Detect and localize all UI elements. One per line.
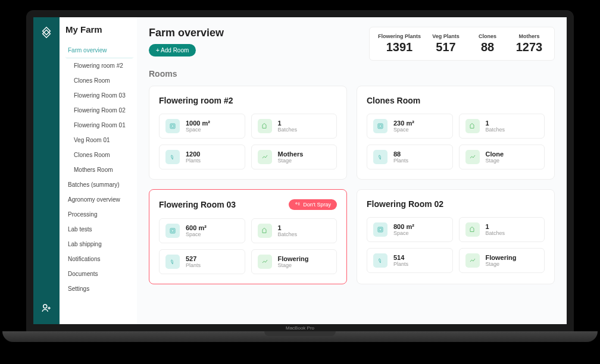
metric-label: Plants	[186, 158, 201, 164]
metric-value: 230 m²	[393, 120, 414, 127]
nav-item[interactable]: Settings	[65, 281, 133, 296]
stat-label: Mothers	[512, 33, 546, 39]
stage-icon	[258, 150, 272, 164]
metric: 1Batches	[251, 218, 338, 243]
metric: CloneStage	[459, 145, 545, 170]
header-row: Farm overview + Add Room Flowering Plant…	[149, 27, 555, 61]
space-icon	[165, 119, 180, 133]
room-title: Clones Room	[367, 96, 420, 105]
rooms-grid: Flowering room #21000 m²Space1Batches120…	[149, 86, 555, 284]
svg-rect-3	[378, 124, 383, 128]
metric-label: Batches	[486, 230, 505, 236]
metric-value: 88	[393, 150, 408, 158]
nav-item[interactable]: Processing	[65, 207, 133, 222]
metric-value: 527	[186, 255, 201, 262]
metric-value: Flowering	[278, 255, 309, 262]
metric: MothersStage	[251, 145, 338, 170]
sidebar-title: My Farm	[65, 24, 133, 34]
nav-item[interactable]: Lab shipping	[65, 237, 133, 252]
nav-item[interactable]: Flowering room #2	[65, 58, 133, 73]
room-title: Flowering Room 02	[367, 199, 443, 209]
metrics-grid: 800 m²Space1Batches514PlantsFloweringSta…	[367, 217, 545, 273]
nav-item[interactable]: Flowering Room 01	[65, 118, 133, 133]
metric: 1Batches	[251, 114, 338, 139]
stat: Mothers1273	[512, 33, 546, 54]
metric-value: 1	[486, 120, 505, 127]
nav-item[interactable]: Agronomy overview	[65, 192, 133, 207]
svg-rect-2	[171, 125, 174, 127]
metric-label: Plants	[186, 262, 201, 268]
metric-label: Batches	[278, 127, 298, 133]
nav-item[interactable]: Flowering Room 03	[65, 88, 133, 103]
stat-label: Flowering Plants	[378, 33, 421, 39]
metric: 88Plants	[367, 145, 453, 170]
room-header: Flowering room #2	[159, 96, 337, 105]
space-icon	[165, 224, 180, 238]
metric-value: 600 m²	[186, 224, 207, 231]
spray-badge-label: Don't Spray	[303, 202, 331, 208]
room-card[interactable]: Flowering room #21000 m²Space1Batches120…	[149, 86, 347, 180]
space-icon	[373, 222, 388, 237]
metric-label: Stage	[486, 261, 517, 267]
page-title: Farm overview	[149, 27, 224, 39]
nav-item[interactable]: Lab tests	[65, 222, 133, 237]
metric-value: Flowering	[486, 254, 517, 261]
stage-icon	[465, 150, 480, 164]
room-card[interactable]: Flowering Room 03Don't Spray600 m²Space1…	[149, 189, 347, 284]
stage-icon	[258, 255, 272, 269]
main-content: Farm overview + Add Room Flowering Plant…	[137, 17, 567, 324]
metric: 1200Plants	[159, 145, 245, 170]
metrics-grid: 1000 m²Space1Batches1200PlantsMothersSta…	[159, 114, 337, 170]
metric-label: Space	[186, 127, 210, 133]
metrics-grid: 230 m²Space1Batches88PlantsCloneStage	[367, 114, 545, 170]
room-header: Clones Room	[367, 96, 545, 105]
nav-item[interactable]: Documents	[65, 266, 133, 281]
screen: My Farm Farm overviewFlowering room #2Cl…	[26, 10, 574, 331]
nav-item[interactable]: Clones Room	[65, 73, 133, 88]
nav-item[interactable]: Flowering Room 02	[65, 103, 133, 118]
room-card[interactable]: Flowering Room 02800 m²Space1Batches514P…	[357, 189, 555, 284]
user-add-icon[interactable]	[41, 303, 52, 316]
nav-item[interactable]: Mothers Room	[65, 162, 133, 177]
nav-item[interactable]: Veg Room 01	[65, 133, 133, 148]
stat: Flowering Plants1391	[378, 33, 421, 54]
stat: Veg Plants517	[429, 33, 462, 54]
metric-label: Batches	[278, 231, 298, 237]
stat-label: Veg Plants	[429, 33, 462, 39]
left-rail	[33, 17, 60, 324]
room-title: Flowering Room 03	[159, 200, 236, 209]
nav-item[interactable]: Notifications	[65, 252, 133, 266]
laptop-label: MacBook Pro	[2, 325, 598, 331]
metric-label: Stage	[486, 158, 504, 164]
laptop-base: MacBook Pro	[2, 331, 598, 342]
metric: 514Plants	[367, 248, 453, 273]
metric-label: Stage	[278, 158, 304, 164]
nav-item[interactable]: Farm overview	[65, 43, 133, 58]
logo-icon[interactable]	[40, 26, 53, 41]
batch-icon	[258, 119, 272, 133]
plant-icon	[373, 150, 388, 164]
stage-icon	[465, 253, 480, 268]
metric-value: 1	[486, 223, 505, 230]
stat-value: 1391	[378, 40, 421, 54]
svg-rect-1	[170, 124, 175, 128]
metric-value: 1	[278, 120, 298, 127]
svg-rect-8	[378, 227, 383, 232]
metric: 800 m²Space	[367, 217, 453, 242]
nav-item[interactable]: Clones Room	[65, 148, 133, 162]
metric: FloweringStage	[251, 249, 338, 274]
metric-value: Clone	[486, 150, 504, 158]
metric: FloweringStage	[459, 248, 545, 273]
room-card[interactable]: Clones Room230 m²Space1Batches88PlantsCl…	[357, 86, 555, 180]
plant-icon	[373, 253, 388, 268]
metric-value: 514	[393, 254, 408, 261]
nav-item[interactable]: Batches (summary)	[65, 177, 133, 192]
metric-label: Stage	[278, 262, 309, 268]
stat-value: 1273	[512, 40, 546, 54]
stat-value: 88	[471, 40, 504, 54]
batch-icon	[465, 222, 480, 237]
room-header: Flowering Room 03Don't Spray	[159, 199, 337, 210]
plant-icon	[165, 150, 180, 164]
metric-label: Plants	[393, 261, 408, 267]
add-room-button[interactable]: + Add Room	[149, 44, 196, 57]
